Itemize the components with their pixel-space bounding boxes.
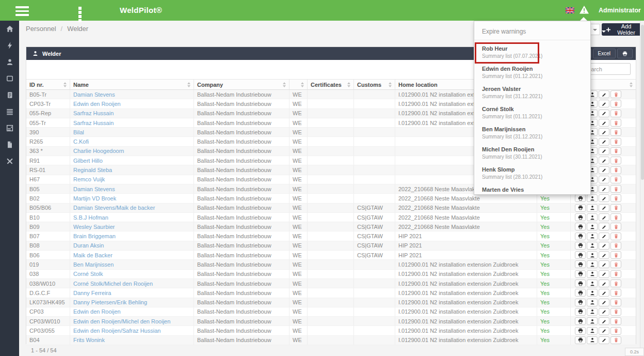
delete-button[interactable] xyxy=(610,251,621,259)
notification-item[interactable]: Jeroen Valster Summary list (31.12.2021) xyxy=(482,85,583,100)
delete-button[interactable] xyxy=(610,119,621,127)
sidebar-item-reports[interactable] xyxy=(0,120,19,136)
print-button[interactable] xyxy=(575,327,586,335)
welder-name-link[interactable]: Remco Vuijk xyxy=(73,176,105,182)
delete-button[interactable] xyxy=(610,128,621,136)
edit-button[interactable] xyxy=(599,138,609,146)
profile-button[interactable] xyxy=(587,336,598,344)
profile-button[interactable] xyxy=(587,317,598,325)
welder-name-link[interactable]: Gilbert Hillo xyxy=(73,158,103,164)
print-button[interactable] xyxy=(575,299,586,306)
sidebar-item-documents[interactable] xyxy=(0,136,19,153)
breadcrumb-section[interactable]: Personnel xyxy=(26,25,56,33)
delete-button[interactable] xyxy=(610,327,621,335)
edit-button[interactable] xyxy=(599,157,609,164)
column-header[interactable] xyxy=(289,80,308,89)
notification-item[interactable]: Michel Den Rooijen Summary list (30.11.2… xyxy=(482,146,583,160)
welder-name-link[interactable]: Martijn VD Broek xyxy=(73,195,116,202)
export-excel-button[interactable]: Excel xyxy=(593,49,616,58)
print-button[interactable] xyxy=(575,204,586,212)
notification-summary[interactable]: Summary list (28.10.2021) xyxy=(482,174,583,180)
profile-button[interactable] xyxy=(587,260,598,268)
welder-name-link[interactable]: Corné Stolk/Michel den Rooijen xyxy=(73,281,153,287)
edit-button[interactable] xyxy=(599,336,609,344)
welder-name-link[interactable]: Frits Wonink xyxy=(73,337,105,343)
edit-button[interactable] xyxy=(599,185,609,193)
print-table-button[interactable] xyxy=(617,49,633,58)
delete-button[interactable] xyxy=(610,223,621,230)
edit-button[interactable] xyxy=(599,233,609,240)
apps-grid-icon[interactable] xyxy=(78,7,86,14)
welder-name-link[interactable]: Danny Pietersen/Erik Behling xyxy=(73,299,147,305)
print-button[interactable] xyxy=(575,308,586,316)
delete-button[interactable] xyxy=(610,308,621,316)
delete-button[interactable] xyxy=(610,260,621,268)
welder-name-link[interactable]: C.Kofi xyxy=(73,138,89,145)
profile-button[interactable] xyxy=(587,270,598,278)
sidebar-item-personnel[interactable] xyxy=(0,54,19,70)
scrollbar-thumb[interactable] xyxy=(641,25,644,180)
edit-button[interactable] xyxy=(599,119,609,127)
edit-button[interactable] xyxy=(599,308,609,316)
profile-button[interactable] xyxy=(587,242,598,250)
profile-button[interactable] xyxy=(587,233,598,240)
profile-button[interactable] xyxy=(587,289,598,297)
welder-name-link[interactable]: Sarfraz Hussain xyxy=(73,120,114,126)
notification-summary[interactable]: Summary list (30.11.2021) xyxy=(482,153,583,160)
profile-button[interactable] xyxy=(587,299,598,306)
welder-name-link[interactable]: Corné Stolk xyxy=(73,271,103,277)
edit-button[interactable] xyxy=(599,176,609,183)
column-header[interactable]: Customs xyxy=(354,80,395,89)
edit-button[interactable] xyxy=(599,166,609,174)
delete-button[interactable] xyxy=(610,242,621,250)
delete-button[interactable] xyxy=(610,289,621,297)
print-button[interactable] xyxy=(575,194,586,202)
delete-button[interactable] xyxy=(610,299,621,306)
hamburger-menu-icon[interactable] xyxy=(15,6,29,18)
notification-summary[interactable]: Summary list (28.10.2021) xyxy=(482,194,583,195)
print-button[interactable] xyxy=(575,213,586,221)
expire-warnings-bell-icon[interactable] xyxy=(579,5,589,14)
notification-summary[interactable]: Summary list (31.12.2021) xyxy=(482,93,583,100)
edit-button[interactable] xyxy=(599,270,609,278)
delete-button[interactable] xyxy=(610,100,621,107)
sidebar-item-activity[interactable] xyxy=(0,37,19,54)
notification-item[interactable]: Henk Slomp Summary list (28.10.2021) xyxy=(482,166,583,180)
delete-button[interactable] xyxy=(610,110,621,117)
welder-name-link[interactable]: Damian Stevens xyxy=(73,186,115,192)
user-menu[interactable]: Administrator xyxy=(599,0,644,41)
notification-summary[interactable]: Summary list (01.12.2021) xyxy=(482,73,583,80)
edit-button[interactable] xyxy=(599,128,609,136)
welder-name-link[interactable]: Brain Briggeman xyxy=(73,233,116,239)
sidebar-item-certificates[interactable] xyxy=(0,87,19,103)
delete-button[interactable] xyxy=(610,204,621,212)
profile-button[interactable] xyxy=(587,213,598,221)
page-scrollbar[interactable] xyxy=(640,21,644,356)
edit-button[interactable] xyxy=(599,213,609,221)
edit-button[interactable] xyxy=(599,260,609,268)
welder-name-link[interactable]: Edwin den Rooijen xyxy=(73,308,121,315)
delete-button[interactable] xyxy=(610,194,621,202)
delete-button[interactable] xyxy=(610,233,621,240)
delete-button[interactable] xyxy=(610,157,621,164)
notification-item[interactable]: Ben Marijnissen Summary list (31.12.2021… xyxy=(482,126,583,140)
welder-name-link[interactable]: Edwin den Rooijen xyxy=(73,101,121,107)
notification-item[interactable]: Rob Heur Summary list (07.07.2021) xyxy=(482,45,583,59)
notification-item[interactable]: Corné Stolk Summary list (01.11.2021) xyxy=(482,105,583,120)
welder-name-link[interactable]: Reginald Steba xyxy=(73,167,112,173)
delete-button[interactable] xyxy=(610,185,621,193)
welder-name-link[interactable]: Ben Marijnissen xyxy=(73,261,114,268)
welder-name-link[interactable]: Maik de Backer xyxy=(73,252,112,258)
edit-button[interactable] xyxy=(599,327,609,335)
delete-button[interactable] xyxy=(610,90,621,98)
welder-name-link[interactable]: Bilal xyxy=(73,129,84,135)
delete-button[interactable] xyxy=(610,166,621,174)
column-header[interactable]: Name xyxy=(70,80,194,89)
print-button[interactable] xyxy=(575,336,586,344)
delete-button[interactable] xyxy=(610,280,621,287)
sidebar-item-home[interactable] xyxy=(0,21,19,37)
notification-item[interactable]: Edwin den Rooijen Summary list (01.12.20… xyxy=(482,65,583,80)
edit-button[interactable] xyxy=(599,299,609,306)
language-flag-icon[interactable] xyxy=(566,7,574,13)
sidebar-item-lists[interactable] xyxy=(0,103,19,120)
